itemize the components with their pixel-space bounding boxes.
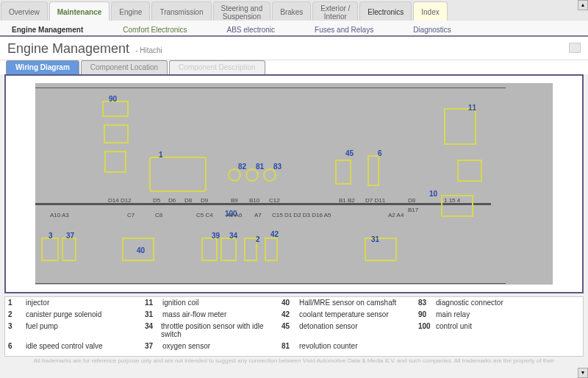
legend-num: 3 (8, 322, 26, 338)
legend-label: detonation sensor (299, 322, 358, 338)
pin-label: A9 A6 (226, 212, 242, 218)
legend-num: 42 (282, 310, 299, 318)
legend-label: injector (26, 299, 49, 307)
title-bar: Engine Management - Hitachi (0, 37, 588, 60)
dtab-component-loc[interactable]: Component Location (81, 60, 168, 74)
legend-num: 100 (418, 322, 436, 338)
subtab-abs[interactable]: ABS electronic (218, 24, 284, 35)
pin-label: D8 (408, 197, 415, 204)
dtab-wiring[interactable]: Wiring Diagram (6, 60, 79, 74)
component-number[interactable]: 31 (371, 235, 379, 243)
subtab-diagnostics[interactable]: Diagnostics (404, 24, 460, 35)
component-number[interactable]: 34 (229, 232, 237, 240)
subtab-engine-mgmt[interactable]: Engine Management (3, 24, 92, 35)
pin-label: C7 (127, 212, 135, 218)
legend-num: 40 (282, 299, 299, 307)
component-number[interactable]: 83 (273, 163, 282, 171)
print-icon[interactable] (569, 43, 581, 53)
dtab-component-desc: Component Description (169, 60, 265, 74)
legend-label: mass air-flow meter (162, 310, 226, 318)
component-number[interactable]: 81 (256, 163, 264, 171)
legend-cell: 11ignition coil (142, 297, 279, 309)
component-number[interactable]: 45 (345, 149, 354, 157)
legend-num: 34 (145, 322, 161, 338)
legend-label: control unit (436, 322, 472, 338)
legend-label: fuel pump (26, 322, 58, 338)
pin-label: C5 C4 (196, 212, 213, 218)
pin-label: A10 A3 (50, 212, 69, 218)
legend-label: canister purge solenoid (26, 310, 101, 318)
legend-num (418, 342, 436, 350)
page-title: Engine Management (7, 41, 129, 57)
legend-label: oxygen sensor (162, 342, 210, 350)
component-number[interactable]: 3 (49, 232, 53, 240)
pin-label: 1 15 4 (444, 197, 460, 204)
pin-label: D14 D12 (108, 197, 132, 204)
tab-electronics[interactable]: Electronics (359, 1, 412, 21)
legend-cell: 2canister purge solenoid (5, 309, 142, 321)
pin-label: B1 B2 (339, 197, 355, 204)
legend-num: 81 (282, 342, 299, 350)
wiring-diagram[interactable]: 901145682818311010033740393424231D14 D12… (35, 83, 553, 285)
legend-cell: 3fuel pump (5, 321, 142, 340)
component-number[interactable]: 39 (212, 232, 220, 240)
pin-label: D8 (184, 197, 192, 204)
component-number[interactable]: 82 (238, 163, 246, 171)
legend-cell: 100control unit (415, 321, 552, 340)
legend-cell: 83diagnostic connector (415, 297, 552, 309)
pin-label: B9 (231, 197, 238, 204)
tab-exterior[interactable]: Exterior / Interior (312, 1, 358, 21)
legend-cell: 45detonation sensor (279, 321, 415, 340)
component-number[interactable]: 2 (256, 235, 260, 243)
component-number[interactable]: 11 (468, 104, 476, 112)
tab-overview[interactable]: Overview (1, 1, 48, 21)
pin-label: C8 (155, 212, 162, 218)
legend-cell (415, 340, 552, 352)
legend-label: idle speed control valve (26, 342, 103, 350)
legend-num: 90 (418, 310, 436, 318)
legend-num: 2 (8, 310, 26, 318)
tab-steering[interactable]: Steering and Suspension (213, 1, 271, 21)
pin-label: A7 (254, 212, 262, 218)
component-legend[interactable]: 1injector11ignition coil40Hall/MRE senso… (4, 296, 584, 357)
legend-num: 11 (145, 299, 162, 307)
legend-cell: 6idle speed control valve (5, 340, 142, 352)
legend-cell: 31mass air-flow meter (142, 309, 279, 321)
legend-label: coolant temperature sensor (299, 310, 389, 318)
pin-label: B10 (249, 197, 259, 204)
footer-disclaimer: All trademarks are for reference purpose… (0, 357, 588, 366)
legend-cell: 37oxygen sensor (142, 340, 279, 352)
component-number[interactable]: 6 (378, 149, 382, 157)
legend-label: Hall/MRE sensor on camshaft (299, 299, 396, 307)
legend-num: 31 (145, 310, 162, 318)
subtab-fuses[interactable]: Fuses and Relays (306, 24, 382, 35)
legend-cell: 40Hall/MRE sensor on camshaft (279, 297, 415, 309)
pin-label: A2 A4 (388, 212, 404, 218)
component-number[interactable]: 10 (429, 190, 437, 198)
main-tab-bar: Overview Maintenance Engine Transmission… (0, 0, 588, 21)
tab-transmission[interactable]: Transmission (151, 1, 211, 21)
tab-index[interactable]: Index (413, 1, 447, 21)
component-number[interactable]: 42 (270, 230, 279, 238)
legend-cell: 81revolution counter (279, 340, 415, 352)
component-number[interactable]: 90 (109, 95, 117, 103)
pin-label: D5 (153, 197, 160, 204)
legend-label: throttle position sensor with idle switc… (161, 322, 276, 338)
pin-label: D7 D11 (365, 197, 385, 204)
tab-brakes[interactable]: Brakes (272, 1, 311, 21)
legend-label: ignition coil (162, 299, 198, 307)
diagram-tab-bar: Wiring Diagram Component Location Compon… (0, 60, 588, 74)
legend-num: 6 (8, 342, 26, 350)
tab-engine[interactable]: Engine (111, 1, 150, 21)
pin-label: B17 (408, 207, 418, 213)
subtab-comfort[interactable]: Comfort Electronics (114, 24, 196, 35)
component-number[interactable]: 1 (159, 151, 163, 159)
diagram-container: 901145682818311010033740393424231D14 D12… (4, 74, 584, 293)
component-number[interactable]: 37 (66, 232, 74, 240)
legend-num: 1 (8, 299, 26, 307)
component-number[interactable]: 40 (137, 246, 145, 254)
legend-label: revolution counter (299, 342, 358, 350)
pin-label: C15 D1 D2 D3 D16 A5 (272, 212, 331, 218)
page-subtitle: - Hitachi (135, 46, 162, 54)
tab-maintenance[interactable]: Maintenance (49, 1, 110, 21)
